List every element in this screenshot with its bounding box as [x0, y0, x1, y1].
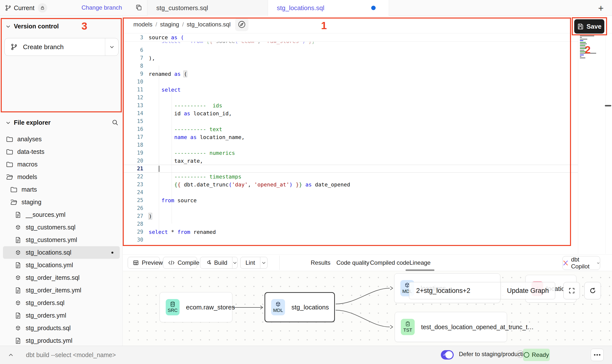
breadcrumb-file[interactable]: stg_locations.sql	[187, 21, 230, 28]
refresh-button[interactable]	[584, 282, 601, 299]
search-icon[interactable]	[112, 119, 119, 126]
new-tab-button[interactable]: +	[595, 2, 607, 14]
fullscreen-button[interactable]	[563, 282, 580, 299]
file-name: stg_orders.yml	[26, 312, 66, 319]
tab-results[interactable]: Results	[311, 255, 330, 271]
command-input[interactable]: dbt build --select <model_name>	[26, 351, 116, 359]
code-line-15[interactable]: 15	[123, 117, 578, 125]
compile-main[interactable]: Compile	[163, 257, 204, 268]
file-tree-item-marts[interactable]: marts	[0, 183, 123, 196]
save-button[interactable]: Save	[574, 19, 604, 34]
preview-main[interactable]: Preview	[128, 257, 168, 268]
lineage-node-source[interactable]: SRC ecom.raw_stores	[160, 292, 232, 322]
lint-button[interactable]: Lint	[240, 257, 267, 269]
file-tree-item-stg-locations-sql[interactable]: stg_locations.sql	[3, 246, 120, 259]
code-line-28[interactable]: 28	[123, 220, 578, 228]
tab-stg-locations[interactable]: stg_locations.sql	[268, 0, 389, 16]
code-line-3[interactable]: 3source as (	[123, 33, 578, 42]
file-tree-item-stg-orders-yml[interactable]: stg_orders.yml	[0, 309, 123, 322]
code-line-30[interactable]: 30	[123, 236, 578, 244]
file-name: stg_locations.yml	[26, 262, 73, 269]
code-line-23[interactable]: 23 {{ dbt.date_trunc('day', 'opened_at')…	[123, 181, 578, 188]
minimap[interactable]	[580, 36, 605, 59]
file-tree-item-stg-products-yml[interactable]: stg_products.yml	[0, 334, 123, 347]
code-line-9[interactable]: 9renamed as (	[123, 70, 578, 78]
compile-button[interactable]: Compile	[163, 257, 197, 269]
breadcrumb-models[interactable]: models	[133, 21, 152, 28]
build-dropdown[interactable]	[232, 257, 237, 268]
lineage-node-test[interactable]: TST test_does_location_opened_at_trunc_t…	[395, 312, 507, 342]
code-line-25[interactable]: 25 from source	[123, 196, 578, 204]
code-line-24[interactable]: 24	[123, 188, 578, 196]
lint-main[interactable]: Lint	[241, 257, 260, 268]
file-tree-item-stg-order-items-sql[interactable]: stg_order_items.sql	[0, 271, 123, 284]
create-branch-main[interactable]: Create branch	[5, 38, 105, 56]
file-tree-item-data-tests[interactable]: data-tests	[0, 145, 123, 158]
file-name: marts	[21, 186, 37, 193]
file-tree-item-stg-customers-sql[interactable]: stg_customers.sql	[0, 221, 123, 234]
defer-toggle[interactable]: ✓	[441, 350, 454, 360]
code-line-29[interactable]: 29select * from renamed	[123, 228, 578, 236]
line-content: ),	[149, 55, 578, 61]
file-tree-item-stg-order-items-yml[interactable]: stg_order_items.yml	[0, 284, 123, 297]
breadcrumb-staging[interactable]: staging	[160, 21, 179, 28]
copilot-compass-icon[interactable]	[235, 18, 248, 31]
lineage-selector-input[interactable]: 2+stg_locations+2	[409, 282, 501, 299]
code-line-16[interactable]: 16 ---------- text	[123, 125, 578, 133]
file-doc-icon	[14, 237, 22, 243]
create-branch-dropdown[interactable]	[105, 38, 118, 56]
code-line-14[interactable]: 14 id as location_id,	[123, 109, 578, 117]
code-line-17[interactable]: 17 name as location_name,	[123, 133, 578, 141]
code-line-7[interactable]: 7),	[123, 54, 578, 62]
line-content: ---------- timestamps	[149, 174, 578, 180]
lint-dropdown[interactable]	[260, 257, 267, 268]
build-button[interactable]: Build	[200, 257, 238, 269]
copy-icon[interactable]	[135, 4, 142, 11]
minimap-line	[580, 50, 584, 51]
create-branch-button[interactable]: Create branch	[4, 38, 119, 56]
tab-stg-customers[interactable]: stg_customers.sql	[147, 0, 268, 16]
code-line-18[interactable]: 18	[123, 141, 578, 149]
file-tree-item-staging[interactable]: staging	[0, 196, 123, 208]
file-tree-item-stg-orders-sql[interactable]: stg_orders.sql	[0, 297, 123, 309]
update-graph-button[interactable]: Update Graph	[501, 282, 555, 299]
status-badge[interactable]: Ready	[523, 349, 550, 361]
tab-compiled-code[interactable]: Compiled code	[370, 255, 409, 271]
tab-lineage[interactable]: Lineage	[409, 255, 430, 271]
code-line-8[interactable]: 8	[123, 62, 578, 70]
file-tree-item-stg-products-sql[interactable]: stg_products.sql	[0, 322, 123, 334]
preview-button[interactable]: Preview	[128, 257, 160, 269]
code-line-6[interactable]: 6	[123, 46, 578, 54]
code-line-13[interactable]: 13 ---------- ids	[123, 101, 578, 109]
lineage-canvas[interactable]: SRC ecom.raw_stores MDL stg_locations MD…	[123, 271, 612, 346]
scrollbar-track[interactable]	[605, 16, 606, 254]
code-line-5[interactable]: select * from {{ source('ecom', 'raw_sto…	[123, 42, 578, 46]
code-line-26[interactable]: 26	[123, 204, 578, 212]
tab-code-quality[interactable]: Code quality	[336, 255, 369, 271]
code-editor[interactable]: 3source as ( select * from {{ source('ec…	[123, 33, 578, 254]
more-options-button[interactable]	[591, 349, 604, 361]
change-branch-link[interactable]: Change branch	[82, 4, 122, 11]
file-tree-item-models[interactable]: models	[0, 171, 123, 183]
file-tree-item-macros[interactable]: macros	[0, 158, 123, 171]
dbt-copilot-button[interactable]: dbt Copilot	[562, 256, 600, 270]
file-explorer-header[interactable]: File explorer	[5, 119, 51, 126]
version-control-header[interactable]: Version control	[5, 23, 59, 30]
lineage-node-stg-locations[interactable]: MDL stg_locations	[265, 292, 335, 322]
panel-resize-handle[interactable]	[605, 105, 611, 106]
code-line-11[interactable]: 11 select	[123, 86, 578, 94]
code-line-22[interactable]: 22 ---------- timestamps	[123, 173, 578, 181]
code-line-10[interactable]: 10	[123, 78, 578, 86]
expand-command-bar-button[interactable]	[5, 351, 16, 359]
code-line-12[interactable]: 12	[123, 94, 578, 101]
file-tree-item-stg-locations-yml[interactable]: stg_locations.yml	[0, 259, 123, 271]
file-tree-item--sources-yml[interactable]: __sources.yml	[0, 208, 123, 221]
code-line-21[interactable]: 21	[123, 165, 578, 173]
code-line-27[interactable]: 27)	[123, 212, 578, 220]
file-tree-item-stg-customers-yml[interactable]: stg_customers.yml	[0, 234, 123, 246]
current-branch-widget[interactable]: Current	[5, 3, 47, 12]
code-line-19[interactable]: 19 ---------- numerics	[123, 149, 578, 157]
build-main[interactable]: Build	[200, 257, 232, 268]
file-tree-item-analyses[interactable]: analyses	[0, 133, 123, 145]
code-line-20[interactable]: 20 tax_rate,	[123, 157, 578, 165]
